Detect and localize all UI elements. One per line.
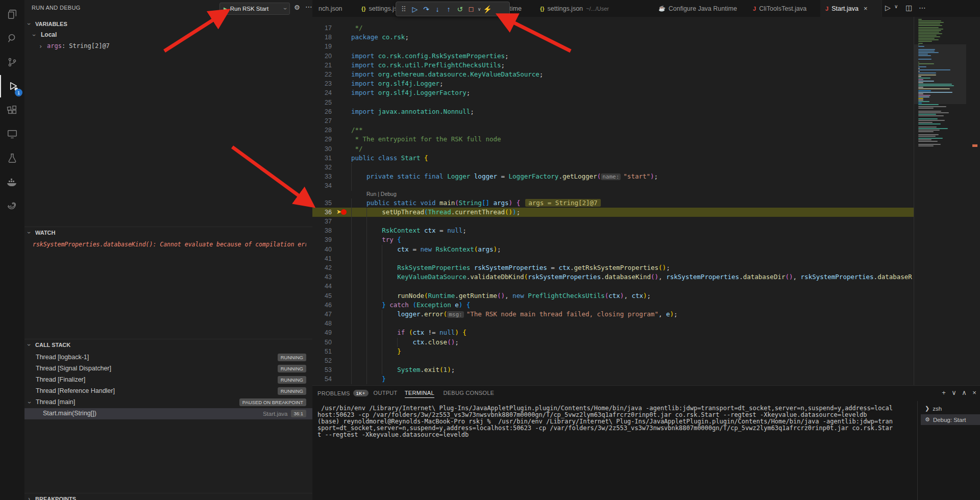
- new-terminal-button[interactable]: +: [939, 389, 948, 396]
- step-out-button[interactable]: ↑: [443, 4, 454, 15]
- activity-docker-icon[interactable]: [0, 171, 24, 193]
- thread-name: Thread [main]: [36, 398, 75, 406]
- json-icon: {}: [540, 6, 545, 12]
- minimap-line: [918, 144, 941, 145]
- code-line-29: * The entrypoint for the RSK full node: [351, 135, 501, 144]
- tab-settings-json[interactable]: {}settings.json~/.../User: [535, 0, 654, 17]
- code-line-48: [351, 319, 397, 328]
- minimap-line: [918, 141, 938, 142]
- minimap-viewport[interactable]: [914, 44, 966, 105]
- gear-icon[interactable]: ⚙: [294, 4, 300, 11]
- debug-toolbar: ⠿▷↷↓↑↺◻∨⚡: [396, 2, 510, 16]
- code-line-37: [351, 217, 382, 226]
- minimap-line: [918, 25, 942, 26]
- code-line-18: package co.rsk;: [351, 33, 409, 42]
- code-line-36: setUpThread(Thread.currentThread());: [351, 208, 520, 217]
- stop-button[interactable]: ◻: [465, 4, 477, 15]
- minimap-line: [918, 131, 934, 132]
- thread-row[interactable]: Thread [Reference Handler]RUNNING: [24, 386, 312, 397]
- gear-icon: ⚙: [925, 416, 930, 423]
- codelens[interactable]: Run | Debug: [366, 191, 397, 197]
- minimap-line: [918, 112, 949, 113]
- terminal-dropdown[interactable]: ∨: [949, 389, 959, 396]
- stack-frame-row[interactable]: Start.main(String[])Start.java36:1: [24, 408, 312, 419]
- watch-expression[interactable]: rskSystemProperties.databaseKind(): Cann…: [24, 239, 312, 250]
- code-line-26: import javax.annotation.Nonnull;: [351, 107, 474, 116]
- stop-dropdown[interactable]: ∨: [477, 4, 482, 15]
- tab-nch-json[interactable]: nch.json: [312, 0, 363, 17]
- terminal-list-item-debug-start[interactable]: ⚙Debug: Start: [921, 414, 980, 425]
- activity-run-debug-icon[interactable]: 1: [0, 75, 26, 97]
- minimap-line: [918, 128, 948, 129]
- frame-position-badge: 36:1: [291, 410, 307, 417]
- launch-config-dropdown[interactable]: ▶ Run RSK Start ›: [219, 3, 290, 15]
- run-dropdown[interactable]: ∨: [894, 4, 898, 9]
- java-icon: J: [753, 6, 756, 12]
- thread-row[interactable]: Thread [Signal Dispatcher]RUNNING: [24, 363, 312, 374]
- code-line-23: import org.slf4j.Logger;: [351, 79, 444, 88]
- hot-code-replace-button[interactable]: ⚡: [482, 4, 493, 15]
- more-actions-icon[interactable]: ⋯: [305, 3, 312, 11]
- tab-start-java[interactable]: JStart.java×: [820, 0, 882, 17]
- variables-section-header[interactable]: ›VARIABLES: [24, 18, 312, 30]
- watch-section-header[interactable]: ›WATCH: [24, 227, 312, 238]
- code-line-32: [351, 163, 366, 172]
- status-badge: RUNNING: [278, 365, 306, 372]
- minimap-line: [918, 41, 932, 42]
- terminal-list-item-zsh[interactable]: ❯zsh: [921, 403, 980, 414]
- codelens-debug[interactable]: Debug: [381, 191, 397, 197]
- tab-label: nch.json: [318, 5, 342, 12]
- maximize-panel-button[interactable]: ∧: [960, 389, 969, 396]
- close-icon[interactable]: ×: [864, 5, 868, 12]
- code-line-22: import org.ethereum.datasource.KeyValueD…: [351, 70, 543, 79]
- tab-clitoolstest-java[interactable]: JCliToolsTest.java: [748, 0, 821, 17]
- restart-button[interactable]: ↺: [454, 4, 465, 15]
- close-panel-button[interactable]: ×: [970, 389, 979, 396]
- panel-tab-debug-console[interactable]: DEBUG CONSOLE: [443, 390, 494, 396]
- call-stack-section-header[interactable]: ›CALL STACK: [24, 339, 312, 351]
- drag-handle-icon: ⠿: [398, 4, 409, 15]
- minimap-line: [918, 20, 941, 21]
- code-editor[interactable]: 1718192021222324252627282930313233343536…: [312, 17, 980, 385]
- minimap-line: [918, 32, 939, 33]
- minimap-line: [918, 36, 940, 37]
- activity-remote-explorer-icon[interactable]: [0, 123, 24, 145]
- variable-args[interactable]: › args: String[2]@7: [24, 41, 312, 52]
- activity-explorer-icon[interactable]: [0, 3, 24, 26]
- minimap-line: [918, 115, 944, 116]
- thread-row[interactable]: ›Thread [main]PAUSED ON BREAKPOINT: [24, 397, 312, 408]
- thread-status: RUNNING: [278, 354, 306, 361]
- breakpoints-section-header[interactable]: ›BREAKPOINTS: [24, 493, 312, 500]
- tab-configure-java-runtime[interactable]: ☕Configure Java Runtime: [653, 0, 748, 17]
- minimap[interactable]: [914, 17, 980, 385]
- activity-testing-icon[interactable]: [0, 147, 24, 169]
- step-over-button[interactable]: ↷: [421, 4, 432, 15]
- split-editor-button[interactable]: ◫: [905, 4, 912, 12]
- code-line-45: runNode(Runtime.getRuntime(), new Prefli…: [351, 291, 651, 301]
- code-line-31: public class Start {: [351, 154, 428, 163]
- terminal-list-divider: [917, 401, 918, 500]
- thread-name: Thread [logback-1]: [36, 354, 89, 361]
- step-into-button[interactable]: ↓: [432, 4, 443, 15]
- tab-label: Configure Java Runtime: [669, 5, 737, 12]
- panel-tab-problems[interactable]: PROBLEMS1K+: [317, 390, 369, 396]
- code-line-43: KeyValueDataSource.validateDbKind(rskSys…: [351, 272, 912, 282]
- activity-search-icon[interactable]: [0, 27, 24, 49]
- status-badge: RUNNING: [278, 376, 306, 384]
- activity-extensions-icon[interactable]: [0, 99, 24, 121]
- codelens-run[interactable]: Run: [366, 191, 376, 197]
- thread-row[interactable]: Thread [logback-1]RUNNING: [24, 352, 312, 363]
- code-line-35: public static void main(String[] args) {…: [351, 198, 601, 208]
- minimap-line: [918, 19, 922, 20]
- thread-row[interactable]: Thread [Finalizer]RUNNING: [24, 374, 312, 386]
- activity-gradle-icon[interactable]: [0, 195, 24, 217]
- variables-local-scope[interactable]: › Local: [24, 30, 312, 41]
- activity-source-control-icon[interactable]: [0, 51, 24, 73]
- more-actions-button[interactable]: ⋯: [919, 4, 926, 12]
- panel-tab-output[interactable]: OUTPUT: [374, 390, 398, 396]
- continue-button[interactable]: ▷: [409, 4, 421, 15]
- frame-location: Start.java36:1: [263, 410, 306, 417]
- panel-tab-terminal[interactable]: TERMINAL: [405, 390, 434, 398]
- run-button[interactable]: ▷: [885, 4, 891, 12]
- code-line-34: [351, 181, 366, 190]
